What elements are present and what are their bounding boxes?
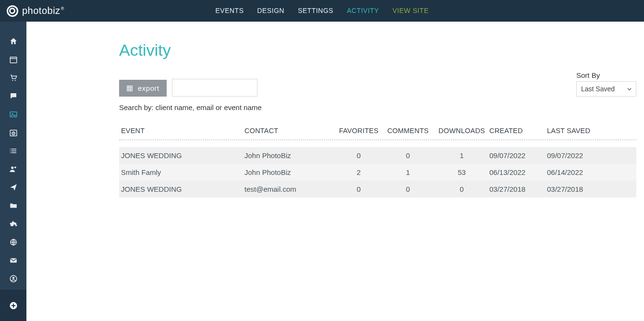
col-downloads: DOWNLOADS: [434, 127, 489, 135]
users-icon[interactable]: [0, 160, 26, 178]
page-title: Activity: [119, 41, 636, 60]
svg-point-14: [11, 166, 13, 169]
table-row[interactable]: Smith FamlyJohn PhotoBiz215306/13/202206…: [119, 164, 636, 181]
calendar-icon[interactable]: [0, 50, 26, 69]
svg-point-2: [12, 80, 13, 81]
cell-created: 06/13/2022: [489, 168, 547, 176]
chevron-down-icon: [627, 87, 632, 91]
cell-contact: test@email.com: [244, 185, 336, 193]
svg-point-15: [14, 166, 16, 168]
sort-value: Last Saved: [581, 85, 615, 93]
cart-icon[interactable]: [0, 69, 26, 87]
svg-rect-21: [127, 86, 133, 91]
cell-contact: John PhotoBiz: [244, 151, 336, 160]
activity-table: EVENT CONTACT FAVORITES COMMENTS DOWNLOA…: [119, 122, 636, 198]
list-icon[interactable]: [0, 142, 26, 160]
image-icon[interactable]: [0, 105, 26, 123]
search-help: Search by: client name, email or event n…: [119, 103, 636, 111]
nav-settings[interactable]: SETTINGS: [298, 0, 333, 22]
cell-downloads: 1: [434, 151, 489, 160]
sort-label: Sort By: [576, 71, 636, 79]
nav-design[interactable]: DESIGN: [257, 0, 285, 22]
sort-select[interactable]: Last Saved: [576, 81, 636, 97]
table-row[interactable]: JONES WEDDINGJohn PhotoBiz00109/07/20220…: [119, 147, 636, 164]
cell-favorites: 0: [336, 151, 382, 160]
cell-event: Smith Famly: [121, 168, 244, 176]
plus-circle-icon: [9, 301, 18, 310]
col-contact: CONTACT: [244, 127, 336, 135]
table-body: JONES WEDDINGJohn PhotoBiz00109/07/20220…: [119, 147, 636, 198]
cell-contact: John PhotoBiz: [244, 168, 336, 176]
toolbar: export Sort By Last Saved: [119, 71, 636, 97]
brand-name: photobiz®: [22, 5, 64, 16]
nav-events[interactable]: EVENTS: [215, 0, 243, 22]
brand-registered: ®: [61, 6, 64, 11]
sidebar: [0, 22, 26, 321]
search-box[interactable]: [172, 79, 257, 97]
cell-event: JONES WEDDING: [121, 185, 244, 193]
home-icon[interactable]: [0, 32, 26, 50]
chat-icon[interactable]: [0, 87, 26, 105]
cell-comments: 0: [382, 151, 434, 160]
content: Activity export Sort By Last Saved Searc…: [26, 22, 644, 321]
col-favorites: FAVORITES: [336, 127, 382, 135]
col-last-saved: LAST SAVED: [547, 127, 605, 135]
table-header: EVENT CONTACT FAVORITES COMMENTS DOWNLOA…: [119, 122, 636, 140]
search-input[interactable]: [181, 84, 267, 92]
svg-point-11: [10, 149, 11, 150]
brand-logo-icon: [7, 5, 18, 17]
cell-downloads: 0: [434, 185, 489, 193]
col-event: EVENT: [121, 127, 244, 135]
svg-point-13: [10, 152, 11, 153]
svg-point-3: [14, 80, 15, 81]
nav-activity[interactable]: ACTIVITY: [347, 0, 379, 22]
brand-name-text: photobiz: [22, 5, 61, 16]
svg-rect-0: [10, 57, 17, 63]
schedule-icon[interactable]: [0, 123, 26, 142]
grid-icon: [126, 85, 133, 92]
cell-favorites: 2: [336, 168, 382, 176]
cell-created: 09/07/2022: [489, 151, 547, 160]
top-nav: EVENTS DESIGN SETTINGS ACTIVITY VIEW SIT…: [215, 0, 428, 22]
topbar: photobiz® EVENTS DESIGN SETTINGS ACTIVIT…: [0, 0, 644, 22]
mail-icon[interactable]: [0, 251, 26, 270]
cell-last_saved: 09/07/2022: [547, 151, 605, 160]
puzzle-icon[interactable]: [0, 215, 26, 233]
cell-comments: 0: [382, 185, 434, 193]
export-button[interactable]: export: [119, 80, 167, 97]
cell-created: 03/27/2018: [489, 185, 547, 193]
table-row[interactable]: JONES WEDDINGtest@email.com00003/27/2018…: [119, 181, 636, 198]
svg-point-19: [12, 277, 14, 279]
cell-last_saved: 03/27/2018: [547, 185, 605, 193]
cell-favorites: 0: [336, 185, 382, 193]
export-label: export: [138, 84, 159, 92]
sort-block: Sort By Last Saved: [576, 71, 636, 97]
globe-icon[interactable]: [0, 233, 26, 251]
cell-downloads: 53: [434, 168, 489, 176]
cell-comments: 1: [382, 168, 434, 176]
cell-last_saved: 06/14/2022: [547, 168, 605, 176]
nav-view-site[interactable]: VIEW SITE: [392, 0, 428, 22]
svg-point-12: [10, 150, 11, 151]
account-icon[interactable]: [0, 270, 26, 288]
col-comments: COMMENTS: [382, 127, 434, 135]
add-button[interactable]: [0, 290, 26, 321]
cell-event: JONES WEDDING: [121, 151, 244, 160]
col-created: CREATED: [489, 127, 547, 135]
folder-icon[interactable]: [0, 197, 26, 215]
send-icon[interactable]: [0, 178, 26, 197]
brand[interactable]: photobiz®: [7, 5, 64, 17]
